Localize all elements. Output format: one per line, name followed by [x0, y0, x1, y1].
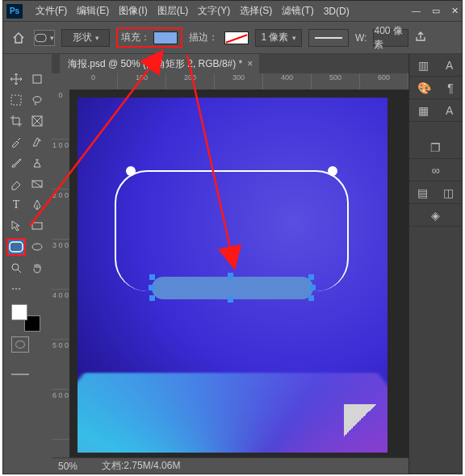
histogram-panel-icon[interactable]: ▥ [418, 59, 429, 72]
shape-mode-dropdown[interactable]: 形状 ▾ [61, 29, 110, 47]
stroke-width-input[interactable]: 1 像素 ▾ [255, 29, 302, 47]
transform-handle[interactable] [149, 285, 154, 290]
stroke-type-dropdown[interactable] [308, 29, 349, 47]
transform-handle[interactable] [310, 285, 316, 290]
fill-swatch[interactable] [153, 31, 178, 44]
maximize-button[interactable]: ▭ [432, 6, 440, 16]
ruler-tick: 6 0 0 [52, 390, 69, 440]
foreground-background-colors[interactable] [11, 304, 40, 332]
type-tool[interactable]: T [6, 196, 26, 214]
hand-tool[interactable] [27, 259, 47, 277]
glyphs-panel-icon[interactable]: A [446, 104, 453, 117]
eraser-tool[interactable] [6, 175, 26, 193]
eyedropper-tool[interactable] [6, 133, 26, 151]
libraries-panel-icon[interactable]: ❐ [430, 141, 441, 154]
ellipse-tool[interactable] [27, 238, 47, 256]
app-window: Ps 文件(F) 编辑(E) 图像(I) 图层(L) 文字(Y) 选择(S) 滤… [2, 0, 463, 474]
fill-option-highlight: 填充： [116, 27, 182, 48]
svg-point-7 [32, 244, 42, 250]
artboard-tool[interactable] [27, 70, 47, 88]
home-button[interactable] [10, 29, 27, 47]
foreground-color-swatch[interactable] [11, 304, 27, 320]
chevron-down-icon: ▾ [95, 34, 99, 42]
document-tab[interactable]: 海报.psd @ 50% (圆角矩形 2, RGB/8#) * × [60, 54, 259, 73]
ruler-tick: 500 [312, 73, 360, 90]
menubar: Ps 文件(F) 编辑(E) 图像(I) 图层(L) 文字(Y) 选择(S) 滤… [3, 1, 462, 22]
menu-select[interactable]: 选择(S) [235, 4, 277, 18]
ruler-tick: 5 0 0 [52, 340, 69, 390]
width-input[interactable]: 400 像素 [373, 29, 408, 47]
creative-cloud-icon[interactable]: ∞ [432, 164, 440, 177]
transform-handle[interactable] [149, 295, 155, 301]
status-bar: 50% 文档:2.75M/4.06M [52, 457, 408, 474]
stroke-width-value: 1 像素 [261, 31, 288, 44]
svg-rect-1 [33, 75, 41, 83]
ruler-tick: 0 [69, 73, 118, 90]
channels-panel-icon[interactable]: ▤ [417, 186, 428, 199]
menu-layer[interactable]: 图层(L) [153, 4, 194, 18]
svg-rect-0 [36, 34, 46, 41]
clone-stamp-tool[interactable] [27, 154, 47, 172]
zoom-level[interactable]: 50% [58, 461, 78, 472]
transform-handle[interactable] [228, 273, 233, 278]
transform-handle[interactable] [149, 274, 155, 280]
rectangle-tool[interactable] [27, 217, 47, 235]
ruler-tick: 400 [263, 73, 312, 90]
transform-handle[interactable] [228, 297, 233, 303]
brush-tool[interactable] [6, 154, 26, 172]
menu-filter[interactable]: 滤镜(T) [277, 4, 318, 18]
healing-brush-tool[interactable] [27, 133, 47, 151]
screen-mode-toggle[interactable] [11, 359, 29, 375]
share-icon[interactable] [415, 31, 426, 44]
svg-rect-2 [11, 95, 21, 105]
ruler-tick: 300 [215, 73, 263, 90]
menu-type[interactable]: 文字(Y) [193, 4, 235, 18]
width-value: 400 像素 [374, 24, 408, 52]
stroke-swatch[interactable] [224, 31, 249, 44]
marquee-tool[interactable] [6, 91, 26, 109]
app-logo: Ps [6, 4, 23, 19]
transform-handle[interactable] [308, 295, 314, 301]
pen-tool[interactable] [27, 196, 47, 214]
paragraph-panel-icon[interactable]: ¶ [447, 81, 454, 94]
canvas[interactable] [78, 98, 388, 453]
right-panel-dock: ▥ A 🎨 ¶ ▦ A ❐ ∞ ▤ ◫ ◈ [408, 54, 462, 474]
quick-mask-toggle[interactable] [11, 336, 29, 353]
close-tab-button[interactable]: × [247, 58, 253, 69]
paths-panel-icon[interactable]: ◫ [443, 186, 454, 199]
crop-tool[interactable] [6, 112, 26, 130]
swatches-panel-icon[interactable]: 🎨 [417, 81, 431, 94]
menu-3d[interactable]: 3D(D) [319, 6, 354, 17]
poster-lightburst-graphic [78, 373, 388, 453]
character-panel-icon[interactable]: A [446, 59, 453, 72]
zoom-tool[interactable] [6, 259, 26, 277]
move-tool[interactable] [6, 70, 26, 88]
rounded-rectangle-tool[interactable] [6, 238, 26, 256]
frame-tool[interactable] [27, 112, 47, 130]
layers-panel-icon[interactable]: ◈ [431, 209, 440, 222]
adjustments-panel-icon[interactable]: ▦ [418, 104, 429, 117]
fill-label: 填充： [121, 31, 150, 44]
ruler-tick: 2 0 0 [52, 190, 69, 240]
ruler-tick: 3 0 0 [52, 240, 69, 290]
menu-image[interactable]: 图像(I) [114, 4, 152, 18]
edit-toolbar-button[interactable]: ⋯ [6, 280, 26, 298]
chevron-down-icon: ▾ [292, 34, 296, 42]
tool-preset-picker[interactable]: ▾ [34, 30, 55, 46]
shape-mode-label: 形状 [73, 31, 92, 44]
horizontal-ruler[interactable]: 0 100 200 300 400 500 600 [69, 73, 408, 90]
document-area: 海报.psd @ 50% (圆角矩形 2, RGB/8#) * × 0 100 … [52, 54, 408, 474]
document-size-info[interactable]: 文档:2.75M/4.06M [102, 459, 180, 473]
vertical-ruler[interactable]: 0 1 0 0 2 0 0 3 0 0 4 0 0 5 0 0 6 0 0 [52, 90, 69, 457]
menu-edit[interactable]: 编辑(E) [72, 4, 114, 18]
gradient-tool[interactable] [27, 175, 47, 193]
lasso-tool[interactable] [27, 91, 47, 109]
transform-handle[interactable] [308, 274, 314, 280]
ruler-origin[interactable] [52, 73, 69, 90]
close-button[interactable]: ✕ [451, 6, 459, 16]
menu-file[interactable]: 文件(F) [31, 4, 72, 18]
minimize-button[interactable]: — [412, 6, 421, 16]
canvas-viewport[interactable]: 0 100 200 300 400 500 600 0 1 0 0 2 0 0 … [52, 73, 408, 457]
path-selection-tool[interactable] [6, 217, 26, 235]
rounded-rectangle-shape-selected[interactable] [152, 277, 313, 299]
